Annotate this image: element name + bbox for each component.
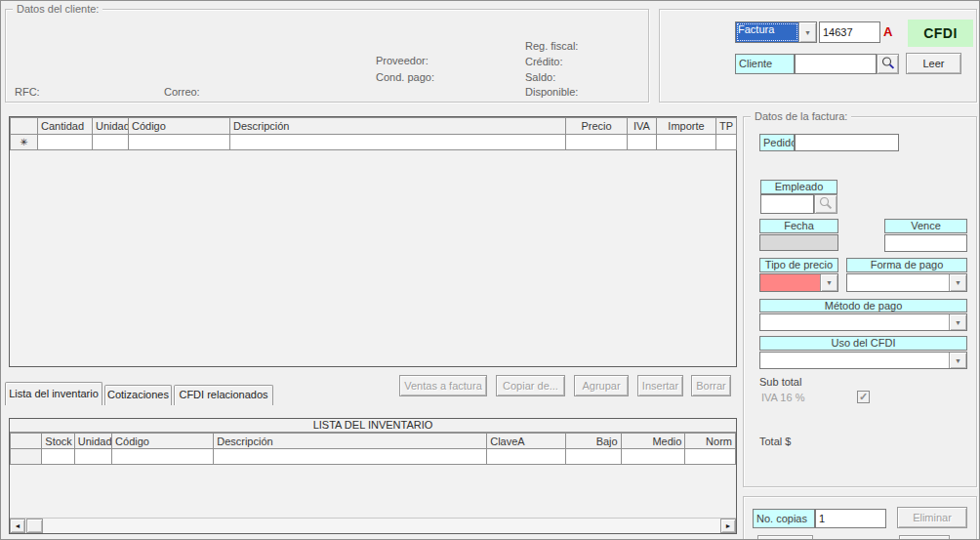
inv-col-bajo: Bajo bbox=[566, 434, 622, 449]
client-data-title: Datos del cliente: bbox=[13, 3, 102, 15]
uso-cfdi-combobox[interactable]: ▼ bbox=[759, 352, 967, 369]
scroll-right-button[interactable]: ► bbox=[720, 519, 736, 533]
items-col-codigo: Código bbox=[129, 118, 230, 135]
inventory-corner-header bbox=[11, 434, 42, 449]
proveedor-label: Proveedor: bbox=[376, 55, 429, 66]
inv-col-unidad: Unidad bbox=[74, 434, 111, 449]
vence-label: Vence bbox=[884, 219, 967, 233]
agrupar-button[interactable]: Agrupar bbox=[574, 375, 629, 396]
inv-col-medio: Medio bbox=[621, 434, 685, 449]
tipo-precio-label: Tipo de precio bbox=[759, 258, 838, 272]
inv-cell-unidad[interactable] bbox=[74, 449, 111, 465]
iva-checkbox[interactable]: ✓ bbox=[857, 391, 870, 403]
chevron-down-icon[interactable]: ▼ bbox=[820, 274, 837, 291]
metodo-pago-value bbox=[760, 314, 949, 330]
inv-cell-clavea[interactable] bbox=[487, 449, 566, 465]
cell-descripcion[interactable] bbox=[230, 135, 566, 150]
inv-cell-medio[interactable] bbox=[621, 449, 685, 465]
ventas-a-factura-button[interactable]: Ventas a factura bbox=[399, 375, 487, 396]
clipped-button-left[interactable] bbox=[757, 535, 813, 540]
cell-unidad[interactable] bbox=[93, 135, 129, 150]
search-icon bbox=[880, 55, 896, 71]
metodo-pago-label: Método de pago bbox=[759, 299, 967, 312]
arrow-left-icon: ◄ bbox=[15, 522, 21, 529]
cliente-input[interactable] bbox=[795, 54, 877, 74]
inv-cell-codigo[interactable] bbox=[112, 449, 214, 465]
inv-cell-norm[interactable] bbox=[685, 449, 736, 465]
forma-pago-combobox[interactable]: ▼ bbox=[846, 273, 967, 292]
invoice-app-window: Datos del cliente: Proveedor: Cond. pago… bbox=[0, 0, 980, 540]
insertar-button[interactable]: Insertar bbox=[637, 375, 683, 396]
saldo-label: Saldo: bbox=[525, 71, 555, 83]
chevron-down-icon[interactable]: ▼ bbox=[949, 274, 966, 291]
cell-iva[interactable] bbox=[628, 135, 657, 150]
chevron-down-icon[interactable]: ▼ bbox=[949, 353, 966, 368]
empleado-input[interactable] bbox=[760, 194, 814, 214]
series-letter: A bbox=[883, 24, 892, 39]
vence-input[interactable] bbox=[884, 234, 967, 252]
cell-cantidad[interactable] bbox=[38, 135, 93, 150]
reg-fiscal-label: Reg. fiscal: bbox=[525, 40, 578, 52]
inventory-row-header bbox=[11, 449, 42, 465]
search-icon bbox=[818, 195, 834, 211]
disponible-label: Disponible: bbox=[525, 86, 578, 98]
tipo-precio-value bbox=[760, 274, 820, 291]
cell-importe[interactable] bbox=[657, 135, 716, 150]
folio-input[interactable] bbox=[819, 21, 880, 43]
scroll-left-button[interactable]: ◄ bbox=[10, 519, 25, 533]
tab-cfdi-relacionados[interactable]: CFDI relacionados bbox=[174, 385, 273, 405]
inv-cell-bajo[interactable] bbox=[566, 449, 622, 465]
inv-col-norm: Norm bbox=[685, 434, 736, 449]
document-type-combobox[interactable]: Factura ▼ bbox=[735, 21, 817, 43]
cfdi-button[interactable]: CFDI bbox=[908, 20, 973, 47]
chevron-down-icon[interactable]: ▼ bbox=[949, 314, 966, 330]
inv-cell-descripcion[interactable] bbox=[214, 449, 487, 465]
tab-lista-inventario[interactable]: Lista del inventario bbox=[5, 382, 102, 405]
cell-precio[interactable] bbox=[566, 135, 628, 150]
subtotal-label: Sub total bbox=[759, 376, 801, 388]
arrow-right-icon: ► bbox=[725, 522, 732, 529]
correo-label: Correo: bbox=[164, 86, 200, 98]
iva-label: IVA 16 % bbox=[761, 392, 804, 403]
empleado-search-button[interactable] bbox=[814, 194, 837, 214]
document-type-selected: Factura bbox=[736, 22, 798, 42]
items-col-precio: Precio bbox=[566, 118, 628, 135]
scrollbar-thumb[interactable] bbox=[26, 519, 43, 533]
inv-col-descripcion: Descripción bbox=[214, 434, 487, 449]
inventory-grid-title: LISTA DEL INVENTARIO bbox=[10, 419, 736, 433]
chevron-down-icon[interactable]: ▼ bbox=[798, 22, 816, 42]
items-col-cantidad: Cantidad bbox=[38, 118, 93, 135]
clipped-button-right[interactable] bbox=[899, 535, 950, 540]
empleado-label: Empleado bbox=[760, 180, 837, 194]
leer-button[interactable]: Leer bbox=[906, 53, 961, 74]
scrollbar-track[interactable] bbox=[43, 519, 720, 533]
cliente-search-button[interactable] bbox=[877, 54, 899, 74]
metodo-pago-combobox[interactable]: ▼ bbox=[759, 313, 967, 331]
inv-col-clavea: ClaveA bbox=[487, 434, 566, 449]
eliminar-button[interactable]: Eliminar bbox=[897, 507, 967, 528]
inventory-row[interactable] bbox=[11, 449, 736, 465]
inv-cell-stock[interactable] bbox=[42, 449, 74, 465]
inv-col-codigo: Código bbox=[112, 434, 214, 449]
cell-codigo[interactable] bbox=[129, 135, 230, 150]
rfc-label: RFC: bbox=[15, 86, 40, 98]
tipo-precio-combobox[interactable]: ▼ bbox=[759, 273, 838, 292]
uso-cfdi-value bbox=[760, 353, 949, 368]
uso-cfdi-label: Uso del CFDI bbox=[759, 336, 967, 351]
borrar-button[interactable]: Borrar bbox=[691, 375, 731, 396]
items-grid[interactable]: Cantidad Unidad Código Descripción Preci… bbox=[9, 116, 737, 367]
cell-tp[interactable] bbox=[716, 135, 737, 150]
pedido-label: Pedido bbox=[759, 134, 795, 151]
credito-label: Crédito: bbox=[525, 56, 563, 67]
fecha-label: Fecha bbox=[759, 219, 838, 233]
fecha-input bbox=[759, 234, 838, 251]
copiar-de-button[interactable]: Copiar de... bbox=[496, 375, 565, 396]
inventory-hscrollbar[interactable]: ◄ ► bbox=[10, 518, 736, 533]
pedido-input[interactable] bbox=[795, 134, 899, 151]
items-col-iva: IVA bbox=[628, 118, 657, 135]
no-copias-input[interactable] bbox=[815, 509, 886, 528]
items-new-row[interactable]: ✳ bbox=[11, 135, 737, 150]
tab-cotizaciones[interactable]: Cotizaciones bbox=[104, 385, 172, 405]
inventory-grid[interactable]: LISTA DEL INVENTARIO Stock Unidad Código… bbox=[9, 418, 737, 534]
items-corner-header bbox=[11, 118, 38, 135]
